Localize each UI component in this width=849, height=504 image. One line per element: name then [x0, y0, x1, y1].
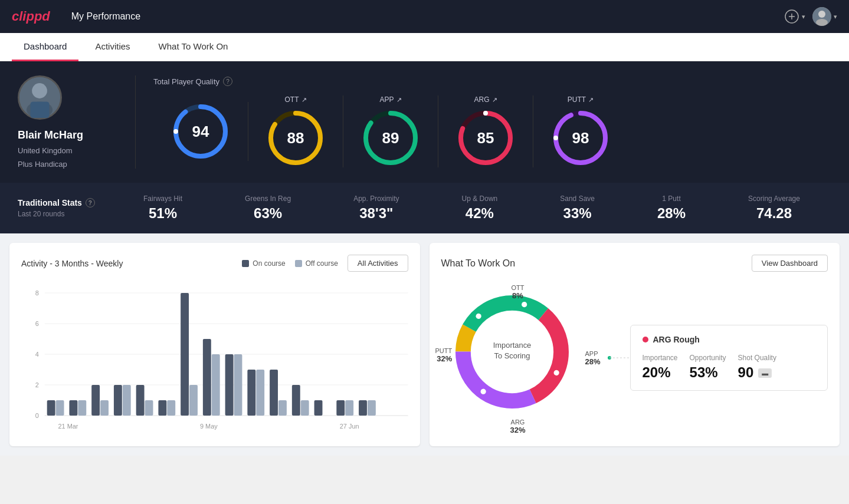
app-trend-icon: ↗ — [396, 96, 402, 104]
svg-rect-35 — [69, 400, 77, 416]
avatar — [812, 7, 831, 26]
stat-value-proximity: 38'3" — [359, 205, 393, 222]
quality-help-icon[interactable]: ? — [223, 77, 232, 86]
trad-stats-subtitle: Last 20 rounds — [18, 210, 112, 218]
stat-fairways-hit: Fairways Hit 51% — [143, 195, 182, 222]
svg-text:0: 0 — [35, 412, 39, 419]
arg-dot-icon — [643, 337, 648, 342]
view-dashboard-button[interactable]: View Dashboard — [752, 255, 828, 272]
stat-label-scoring: Scoring Average — [748, 195, 800, 203]
stat-scoring-avg: Scoring Average 74.28 — [748, 195, 800, 222]
svg-text:To Scoring: To Scoring — [494, 351, 530, 360]
svg-rect-56 — [301, 400, 309, 416]
tab-what-to-work-on[interactable]: What To Work On — [147, 33, 240, 61]
svg-rect-36 — [78, 400, 86, 416]
arg-trend-icon: ↗ — [492, 96, 497, 104]
svg-rect-45 — [181, 293, 189, 416]
stat-value-fairways: 51% — [149, 205, 177, 222]
ott-trend-icon: ↗ — [301, 96, 307, 104]
svg-rect-60 — [359, 400, 367, 416]
score-value-total: 94 — [192, 123, 209, 141]
arg-card: ARG Rough Importance 20% Opportunity 53%… — [630, 325, 828, 391]
score-arg: ARG ↗ 85 — [438, 95, 533, 167]
arg-stat-value-importance: 20% — [643, 364, 678, 381]
tab-dashboard[interactable]: Dashboard — [12, 33, 78, 61]
connector-line — [607, 334, 630, 381]
svg-rect-47 — [203, 339, 211, 416]
trad-stats-grid: Fairways Hit 51% Greens In Reg 63% App. … — [112, 195, 831, 222]
score-app: APP ↗ 89 — [343, 95, 438, 167]
svg-text:Importance: Importance — [493, 341, 531, 350]
add-button[interactable]: ▾ — [784, 9, 805, 24]
chart-legend: On course Off course — [242, 259, 338, 268]
nav-tabs: Dashboard Activities What To Work On — [0, 33, 849, 61]
chart-title: Activity - 3 Months - Weekly — [21, 259, 123, 268]
svg-rect-55 — [292, 385, 300, 416]
svg-text:6: 6 — [35, 320, 39, 327]
donut-label-arg: ARG 32% — [510, 419, 525, 434]
svg-text:21 Mar: 21 Mar — [58, 423, 78, 430]
tab-activities[interactable]: Activities — [83, 33, 142, 61]
svg-rect-49 — [225, 354, 234, 416]
legend-off-course: Off course — [295, 259, 338, 268]
stat-greens-in-reg: Greens In Reg 63% — [245, 195, 291, 222]
score-label-putt: PUTT ↗ — [568, 95, 594, 104]
work-on-title: What To Work On — [441, 258, 516, 269]
svg-rect-41 — [136, 385, 145, 416]
svg-rect-37 — [91, 385, 100, 416]
stat-up-down: Up & Down 42% — [462, 195, 498, 222]
circle-app: 89 — [361, 108, 420, 167]
all-activities-button[interactable]: All Activities — [348, 255, 408, 272]
stat-label-greens: Greens In Reg — [245, 195, 291, 203]
svg-rect-39 — [114, 385, 122, 416]
logo[interactable]: clippd — [12, 9, 50, 24]
svg-rect-40 — [123, 385, 131, 416]
svg-point-4 — [818, 11, 825, 18]
donut-chart: Importance To Scoring OTT 8% APP 28% ARG — [441, 281, 595, 434]
arg-stat-value-shot-quality: 90 — [738, 364, 754, 381]
player-country: United Kingdom — [18, 146, 73, 155]
putt-trend-icon: ↗ — [588, 96, 594, 104]
svg-rect-51 — [247, 370, 255, 416]
arg-stat-label-opportunity: Opportunity — [690, 354, 726, 362]
donut-label-ott: OTT 8% — [512, 284, 525, 300]
stat-value-1putt: 28% — [657, 205, 686, 222]
svg-point-19 — [483, 111, 488, 116]
svg-rect-59 — [345, 400, 353, 416]
stat-label-proximity: App. Proximity — [353, 195, 399, 203]
circle-total: 94 — [171, 102, 230, 161]
svg-text:9 May: 9 May — [200, 423, 218, 430]
arg-stat-importance: Importance 20% — [643, 354, 678, 381]
svg-point-12 — [173, 129, 178, 134]
arg-stats: Importance 20% Opportunity 53% Shot Qual… — [643, 354, 816, 381]
player-name: Blair McHarg — [18, 129, 83, 141]
header-right: ▾ ▾ — [784, 7, 837, 26]
score-value-app: 89 — [382, 129, 399, 147]
trad-stats-help-icon[interactable]: ? — [86, 198, 95, 207]
header-left: clippd My Performance — [12, 9, 140, 24]
work-on-header: What To Work On View Dashboard — [441, 255, 828, 272]
quality-header: Total Player Quality ? — [153, 77, 831, 86]
player-info: Blair McHarg United Kingdom Plus Handica… — [18, 75, 136, 169]
score-value-arg: 85 — [477, 129, 494, 147]
header: clippd My Performance ▾ ▾ — [0, 0, 849, 33]
stat-value-sand: 33% — [563, 205, 592, 222]
svg-rect-53 — [270, 370, 278, 416]
arg-section: ARG Rough Importance 20% Opportunity 53%… — [607, 325, 828, 391]
chart-svg: 8 6 4 2 0 — [21, 281, 408, 434]
score-ott: OTT ↗ 88 — [248, 95, 343, 167]
stat-value-updown: 42% — [466, 205, 494, 222]
player-handicap: Plus Handicap — [18, 160, 67, 169]
stat-sand-save: Sand Save 33% — [560, 195, 595, 222]
svg-rect-50 — [234, 354, 242, 416]
player-banner: Blair McHarg United Kingdom Plus Handica… — [0, 61, 849, 183]
quality-scores: 94 OTT ↗ 88 AP — [153, 95, 831, 167]
arg-stat-label-importance: Importance — [643, 354, 678, 362]
avatar-button[interactable]: ▾ — [812, 7, 837, 26]
score-label-arg: ARG ↗ — [474, 95, 497, 104]
trad-stats-label: Traditional Stats ? Last 20 rounds — [18, 198, 112, 218]
stat-label-sand: Sand Save — [560, 195, 595, 203]
svg-rect-38 — [100, 400, 109, 416]
score-total: 94 — [153, 102, 248, 161]
score-label-app: APP ↗ — [379, 95, 401, 104]
